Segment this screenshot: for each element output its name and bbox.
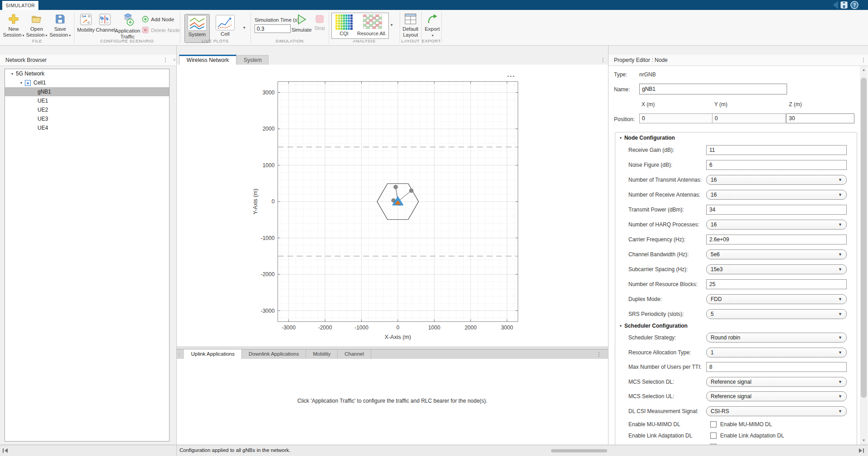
pe-field-row: Scheduler Strategy:Round robin▼ [615, 330, 857, 345]
collapse-left-icon[interactable] [2, 448, 9, 453]
svg-text:3000: 3000 [501, 324, 513, 331]
group-label-simulation: SIMULATION [250, 38, 329, 44]
add-node-button[interactable]: Add Node [142, 16, 174, 23]
pe-text-input[interactable] [706, 160, 847, 170]
pe-dropdown[interactable]: Reference signal▼ [706, 377, 847, 387]
chevron-down-icon: ▾ [69, 33, 71, 38]
mobility-button[interactable]: Mobility [77, 14, 95, 33]
scrollbar-thumb[interactable] [861, 78, 867, 398]
tree-collapse-icon[interactable]: ▾ [20, 81, 22, 85]
pe-dropdown[interactable]: 15e3▼ [706, 264, 847, 274]
pe-dropdown[interactable]: Reference signal▼ [706, 391, 847, 401]
x-axis-header: X (m) [642, 101, 655, 108]
tab-wireless-network[interactable]: Wireless Network [179, 55, 236, 65]
pe-text-input[interactable] [706, 279, 847, 289]
pe-field-row: DL CSI Measurement Signal:CSI-RS▼ [615, 404, 857, 419]
position-x-input[interactable] [639, 113, 713, 123]
export-button[interactable]: Export▾ [423, 14, 441, 38]
simulate-button[interactable]: Simulate [291, 14, 312, 33]
cqi-plot-icon[interactable] [335, 14, 353, 30]
property-editor-scrollbar[interactable]: ▲ ▼ [860, 66, 868, 445]
analysis-gallery-dropdown[interactable]: ▾ [391, 23, 393, 27]
scroll-down-icon[interactable]: ▼ [860, 437, 868, 444]
network-plot-canvas[interactable]: -3000-2000-10000100020003000-3000-2000-1… [177, 65, 608, 347]
group-label-layout: LAYOUT [400, 38, 421, 44]
simulation-time-input[interactable] [255, 24, 291, 33]
help-icon[interactable]: ? [851, 1, 858, 9]
channel-button[interactable]: Channel [96, 14, 114, 33]
pe-dropdown[interactable]: 5▼ [706, 309, 847, 319]
tab-uplink-applications[interactable]: Uplink Applications [184, 349, 242, 359]
export-label: Export [425, 26, 439, 32]
tree-item-ue2[interactable]: UE2 [5, 105, 169, 114]
pe-dropdown[interactable]: 16▼ [706, 190, 847, 200]
pe-text-input[interactable] [706, 205, 847, 215]
tree-item-gnb1[interactable]: gNB1 [5, 87, 169, 96]
open-session-button[interactable]: Open Session▾ [25, 14, 48, 38]
horizontal-scrollbar-thumb[interactable] [551, 449, 607, 452]
pe-field-label: Enable MU-MIMO DL [628, 421, 680, 428]
tree-item-cell1[interactable]: ▾★Cell1 [5, 78, 169, 87]
pe-field-label: Number of Receive Antennas: [628, 192, 700, 198]
pe-text-input[interactable] [706, 235, 847, 244]
application-traffic-button[interactable]: Application Traffic [115, 13, 140, 40]
mobility-icon [80, 14, 92, 25]
pe-field-label: SRS Periodicity (slots): [628, 311, 684, 317]
svg-text:?: ? [853, 3, 856, 8]
pe-dropdown[interactable]: Round robin▼ [706, 333, 847, 343]
pe-text-input[interactable] [706, 362, 847, 372]
pe-dropdown[interactable]: 5e6▼ [706, 249, 847, 259]
tree-item-ue3[interactable]: UE3 [5, 114, 169, 123]
pe-dropdown[interactable]: 1▼ [706, 348, 847, 357]
tab-mobility[interactable]: Mobility [306, 349, 338, 359]
tree-item-5g-network[interactable]: ▾5G Network [5, 69, 169, 78]
new-session-button[interactable]: New Session▾ [3, 14, 24, 38]
pe-field-label: Receive Gain (dB): [628, 147, 674, 153]
pe-checkbox[interactable] [710, 432, 717, 439]
pe-field-label: Carrier Frequency (Hz): [628, 236, 685, 243]
svg-text:0: 0 [396, 324, 400, 331]
ribbon-tab-simulator[interactable]: SIMULATOR [2, 1, 38, 10]
ue-marker-ue1[interactable] [394, 185, 397, 189]
property-editor-menu-icon[interactable]: ⋮ [861, 55, 866, 66]
position-z-input[interactable] [786, 113, 854, 123]
pe-dropdown[interactable]: FDD▼ [706, 294, 847, 304]
live-plots-gallery-dropdown[interactable]: ▾ [243, 25, 245, 30]
section-header-scheduler-configuration[interactable]: ▼Scheduler Configuration [615, 321, 857, 330]
pe-dropdown[interactable]: CSI-RS▼ [706, 406, 847, 416]
section-collapse-icon[interactable]: ▼ [619, 136, 623, 140]
tab-system[interactable]: System [237, 55, 269, 65]
property-editor-body: Type: nrGNB Name: X (m) Y (m) Z (m) Posi… [609, 66, 868, 445]
position-y-input[interactable] [712, 113, 786, 123]
splitter-grip-icon[interactable]: ≡ [173, 57, 175, 62]
ue-marker-ue2[interactable] [410, 189, 413, 193]
cell-star-icon: ★ [25, 80, 31, 86]
pe-field-row: Number of HARQ Processes:16▼ [615, 217, 857, 232]
section-collapse-icon[interactable]: ▼ [619, 324, 623, 328]
tab-drag-handle-icon[interactable]: ⋮ [177, 352, 182, 357]
plot-menu-ellipsis-icon[interactable]: ... [507, 71, 516, 78]
group-label-configure-scenario: CONFIGURE SCENARIO [74, 38, 180, 44]
default-layout-button[interactable]: Default Layout [401, 14, 420, 38]
pe-checkbox[interactable] [710, 421, 717, 428]
network-browser-menu-icon[interactable]: ⋮ [163, 55, 168, 66]
bottom-panel-menu-icon[interactable]: ⋮ [596, 349, 602, 359]
pe-text-input[interactable] [706, 145, 847, 155]
qat-save-icon[interactable] [841, 2, 847, 8]
pe-dropdown[interactable]: 16▼ [706, 220, 847, 230]
tree-item-ue4[interactable]: UE4 [5, 123, 169, 132]
tree-collapse-icon[interactable]: ▾ [11, 72, 13, 76]
name-input[interactable] [639, 84, 787, 94]
scroll-up-icon[interactable]: ▲ [860, 67, 868, 73]
uplink-applications-content: Click 'Application Traffic' to configure… [177, 359, 608, 445]
tab-channel[interactable]: Channel [338, 349, 371, 359]
section-header-node-configuration[interactable]: ▼Node Configuration [615, 133, 857, 142]
expand-right-icon[interactable] [858, 448, 864, 453]
tab-downlink-applications[interactable]: Downlink Applications [242, 349, 306, 359]
group-label-file: FILE [0, 38, 74, 44]
resource-allocation-plot-icon[interactable] [363, 14, 382, 29]
pe-dropdown[interactable]: 16▼ [706, 175, 847, 185]
save-session-button[interactable]: Save Session▾ [49, 14, 71, 38]
tree-item-ue1[interactable]: UE1 [5, 96, 169, 105]
document-area-menu-icon[interactable]: ⋮ [600, 55, 606, 66]
